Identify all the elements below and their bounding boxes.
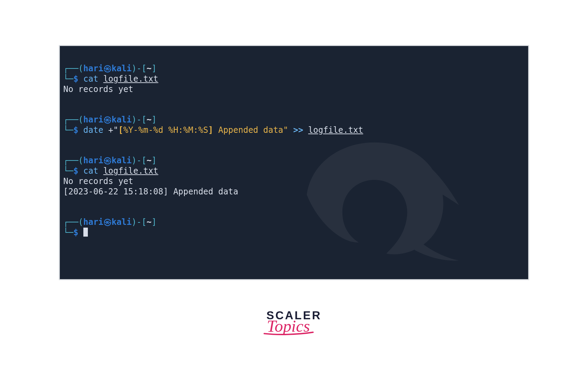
- terminal-body[interactable]: ┌──(hari㉿kali)-[~] └─$ cat logfile.txt N…: [60, 46, 528, 272]
- logo-bottom-script: Topics: [263, 318, 323, 338]
- logo-bottom-text: Topics: [267, 318, 310, 335]
- command-text: cat: [83, 166, 98, 176]
- skull-icon: ㉿: [103, 64, 112, 73]
- file-arg: logfile.txt: [308, 125, 363, 135]
- file-arg: logfile.txt: [103, 166, 158, 176]
- file-arg: logfile.txt: [103, 74, 158, 84]
- prompt-user: hari: [83, 64, 103, 73]
- prompt-host: kali: [112, 64, 132, 73]
- prompt-dollar: $: [73, 74, 78, 84]
- command-block-1: ┌──(hari㉿kali)-[~] └─$ cat logfile.txt N…: [63, 63, 525, 94]
- output-line: No records yet: [63, 84, 133, 94]
- output-line: No records yet: [63, 176, 133, 186]
- terminal-window[interactable]: ┌──(hari㉿kali)-[~] └─$ cat logfile.txt N…: [59, 45, 529, 280]
- scaler-topics-logo: SCALER Topics: [265, 310, 323, 338]
- command-text: cat: [83, 74, 98, 84]
- command-text: date: [83, 125, 103, 135]
- command-block-3: ┌──(hari㉿kali)-[~] └─$ cat logfile.txt N…: [63, 155, 525, 197]
- command-block-2: ┌──(hari㉿kali)-[~] └─$ date +"[%Y-%m-%d …: [63, 114, 525, 135]
- output-line: [2023-06-22 15:18:08] Appended data: [63, 187, 238, 196]
- redirect-operator: >>: [293, 125, 303, 135]
- cursor: [83, 228, 88, 237]
- prompt-cwd: ~: [147, 64, 151, 73]
- page: ┌──(hari㉿kali)-[~] └─$ cat logfile.txt N…: [0, 0, 588, 385]
- date-format: %Y-%m-%d %H:%M:%S: [123, 125, 208, 135]
- skull-icon: ㉿: [103, 156, 112, 165]
- skull-icon: ㉿: [103, 115, 112, 125]
- skull-icon: ㉿: [103, 217, 112, 227]
- prompt-idle: ┌──(hari㉿kali)-[~] └─$: [63, 217, 525, 238]
